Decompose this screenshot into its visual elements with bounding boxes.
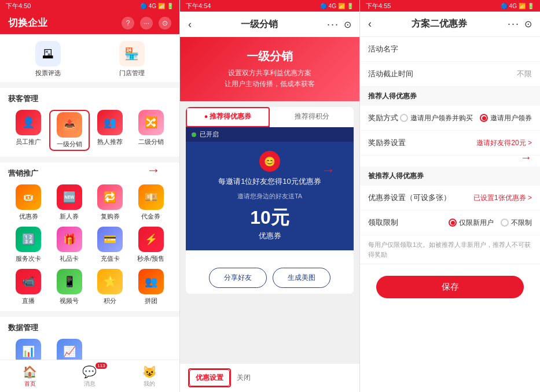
reward-method-label: 奖励方式 [368, 113, 398, 123]
claim-radio-1[interactable] [449, 219, 457, 227]
share-btn[interactable]: 分享好友 [209, 268, 267, 288]
status-dot [192, 132, 196, 137]
coupon-footer: 分享好友 生成美图 [186, 262, 354, 294]
data-title: 数据管理 [8, 323, 171, 333]
profile-label: 我的 [144, 380, 155, 388]
coupon-setup-row: 优惠券设置（可设多张） 已设置1张优惠券 > [360, 186, 540, 210]
nav-home[interactable]: 🏠 首页 [0, 365, 60, 388]
dots-btn-2[interactable]: ··· [327, 19, 339, 31]
visitor-analysis-item[interactable]: 📊 来客分析 [8, 339, 49, 360]
coupon-item[interactable]: 🎟 优惠券 [8, 184, 49, 221]
hero-subtitle-1: 设置双方共享利益优惠方案 [189, 68, 350, 79]
deadline-value: 不限 [517, 69, 532, 79]
reward-option-2[interactable]: 邀请用户领券 [480, 113, 532, 123]
acquaintance-icon: 👥 [97, 110, 123, 135]
topup-card-item[interactable]: 💳 充值卡 [90, 227, 131, 263]
repurchase-item[interactable]: 🔁 复购券 [90, 184, 131, 221]
target-icon-3[interactable]: ⊙ [524, 19, 532, 29]
repurchase-icon: 🔁 [97, 184, 123, 210]
coupon-setup-label: 优惠券设置（可设多张） [368, 193, 451, 203]
coupon-body: 😊 每邀请1位好友您得10元优惠券 邀请您身边的好友送TA 10元 优惠券 [186, 142, 354, 250]
marketing-section: 营销推广 🎟 优惠券 🆕 新人券 🔁 复购券 💴 [0, 162, 179, 311]
store-item[interactable]: 🏪 门店管理 [90, 41, 174, 77]
voucher-item[interactable]: 💴 代金券 [131, 184, 172, 221]
tab-row: ● 推荐得优惠券 推荐得积分 [186, 107, 354, 127]
group-buy-item[interactable]: 👥 拼团 [131, 269, 172, 305]
back-btn-3[interactable]: ‹ [368, 18, 372, 30]
video-label: 视频号 [60, 297, 79, 305]
claim-option-1[interactable]: 仅限新用户 [449, 218, 494, 228]
status-bar-2: 下午4:54 🔵 4G 📶 🔋 [180, 0, 359, 12]
bt2-icon: 🔵 [320, 3, 327, 9]
claim-limit-label: 领取限制 [368, 217, 398, 228]
reward-setup-value[interactable]: 邀请好友得20元 > [476, 138, 532, 148]
service-card-item[interactable]: 🔢 服务次卡 [8, 227, 49, 263]
claim-option-2-label: 不限制 [511, 218, 532, 228]
tab-recommend-points[interactable]: 推荐得积分 [270, 107, 354, 127]
coupon-setting-btn[interactable]: 优惠设置 [189, 369, 230, 386]
gift-card-label: 礼品卡 [60, 254, 79, 263]
nav-message[interactable]: 113 💬 消息 [60, 365, 119, 388]
reward-option-1[interactable]: 邀请用户领券并购买 [400, 113, 473, 123]
radio-1[interactable] [400, 114, 408, 122]
points-item[interactable]: ⭐ 积分 [90, 269, 131, 305]
claim-option-1-label: 仅限新用户 [459, 218, 494, 228]
level2-dist-item[interactable]: 🔀 二级分销 [131, 110, 172, 151]
staff-promo-item[interactable]: 👤 员工推广 [8, 110, 49, 151]
close-btn[interactable]: 关闭 [237, 373, 251, 383]
question-icon[interactable]: ? [122, 17, 134, 29]
claim-radio-dot-1 [451, 221, 455, 225]
store-label: 门店管理 [119, 69, 145, 77]
vote-item[interactable]: 🗳 投票评选 [6, 41, 90, 77]
header1-title: 切换企业 [8, 16, 47, 29]
target-icon-2[interactable]: ⊙ [344, 19, 351, 30]
header3-title: 方案二优惠券 [412, 18, 467, 30]
target-icon-1[interactable]: ⊙ [159, 17, 171, 29]
battery2-icon: 🔋 [347, 3, 354, 9]
service-card-icon: 🔢 [16, 227, 41, 252]
panel3-body: 活动名字 活动截止时间 不限 推荐人得优惠券 奖励方式 邀请用户领券并购买 [360, 37, 540, 392]
signal2-icon: 📶 [338, 3, 345, 9]
acquaintance-item[interactable]: 👥 熟人推荐 [90, 110, 131, 151]
kehu-title: 获客管理 [8, 94, 171, 104]
gift-card-item[interactable]: 🎁 礼品卡 [49, 227, 90, 263]
header-2: ‹ 一级分销 ··· ⊙ [180, 12, 359, 37]
tab-recommend-coupon[interactable]: ● 推荐得优惠券 [186, 107, 270, 127]
topup-card-icon: 💳 [97, 227, 123, 252]
claim-option-2[interactable]: 不限制 [501, 218, 532, 228]
back-btn-2[interactable]: ‹ [188, 19, 192, 31]
coupon-setup-value[interactable]: 已设置1张优惠券 > [473, 193, 532, 203]
flash-sale-item[interactable]: ⚡ 秒杀/预售 [131, 227, 172, 263]
coupon-unit: 优惠券 [195, 231, 344, 241]
nav-profile[interactable]: 😺 我的 [120, 365, 179, 388]
bottom-nav-1: 🏠 首页 113 💬 消息 😺 我的 [0, 360, 179, 392]
bottom-bar2: 优惠设置 关闭 [180, 363, 359, 392]
dots-btn-3[interactable]: ··· [508, 18, 520, 30]
claim-radio-2[interactable] [501, 219, 509, 227]
staff-promo-label: 员工推广 [16, 138, 41, 146]
newuser-item[interactable]: 🆕 新人券 [49, 184, 90, 221]
panel2-body: ● 推荐得优惠券 推荐得积分 已开启 😊 [180, 101, 359, 363]
video-icon: 📱 [57, 269, 82, 294]
dots-button-1[interactable]: ··· [140, 17, 153, 29]
live-item[interactable]: 📹 直播 [8, 269, 49, 305]
customer-data-item[interactable]: 📈 获客数据 [49, 339, 90, 360]
battery3-icon: 🔋 [527, 3, 534, 9]
service-card-label: 服务次卡 [16, 254, 41, 263]
live-label: 直播 [22, 297, 35, 305]
flash-sale-icon: ⚡ [138, 227, 164, 252]
hero-title: 一级分销 [189, 49, 350, 64]
save-button[interactable]: 保存 [376, 276, 524, 298]
reward-option-1-label: 邀请用户领券并购买 [410, 113, 473, 123]
group-buy-label: 拼团 [145, 297, 157, 305]
claim-limit-row: 领取限制 仅限新用户 不限制 [360, 210, 540, 235]
data-section: 数据管理 📊 来客分析 📈 获客数据 [0, 317, 179, 360]
time-3: 下午4:55 [366, 2, 391, 10]
radio-2[interactable] [480, 114, 488, 122]
claim-radio-group: 仅限新用户 不限制 [449, 218, 532, 228]
level1-dist-item[interactable]: 📤 一级分销 [49, 110, 90, 151]
poster-btn[interactable]: 生成美图 [273, 268, 330, 288]
setting-btn-highlight: 优惠设置 [188, 368, 231, 387]
video-item[interactable]: 📱 视频号 [49, 269, 90, 305]
battery-icon: 🔋 [167, 3, 174, 9]
